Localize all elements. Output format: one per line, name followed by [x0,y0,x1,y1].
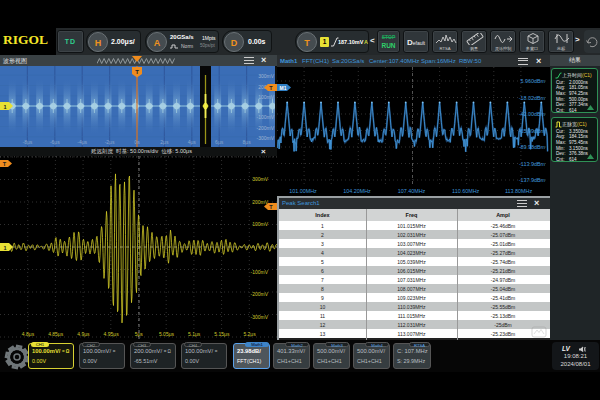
svg-text:4.9μs: 4.9μs [77,331,90,337]
svg-text:4μs: 4μs [188,139,197,145]
svg-text:4.85μs: 4.85μs [48,331,64,337]
svg-text:104.20MHz: 104.20MHz [343,188,371,194]
svg-text:-8μs: -8μs [22,139,32,145]
svg-text:T: T [135,69,139,75]
svg-text:200mV: 200mV [252,199,269,205]
svg-text:100mV: 100mV [258,94,275,100]
svg-text:5.960dBm: 5.960dBm [520,78,545,84]
svg-text:100mV: 100mV [252,221,269,227]
svg-text:8μs: 8μs [243,139,252,145]
svg-text:-6μs: -6μs [50,139,60,145]
svg-text:4.8μs: 4.8μs [22,331,35,337]
svg-text:-42.00dBm: -42.00dBm [519,111,546,117]
svg-text:1: 1 [3,245,6,251]
svg-text:-2μs: -2μs [105,139,115,145]
svg-text:300mV: 300mV [252,176,269,182]
svg-text:-113.9dBm: -113.9dBm [519,161,545,167]
svg-text:113.80MHz: 113.80MHz [505,188,532,194]
svg-text:107.40MHz: 107.40MHz [398,188,426,194]
svg-text:-300mV: -300mV [256,135,274,141]
svg-text:1: 1 [3,104,6,110]
svg-text:300mV: 300mV [258,73,275,79]
svg-text:101.00MHz: 101.00MHz [289,188,317,194]
svg-text:5.2μs: 5.2μs [243,331,256,337]
svg-text:5.05μs: 5.05μs [159,331,175,337]
svg-text:M1: M1 [280,85,287,91]
svg-text:-137.9dBm: -137.9dBm [519,177,546,183]
svg-text:0s: 0s [134,139,140,145]
svg-text:4.95μs: 4.95μs [104,331,120,337]
svg-text:-18.02dBm: -18.02dBm [519,95,546,101]
svg-text:2μs: 2μs [160,139,169,145]
svg-text:5μs: 5μs [135,331,144,337]
svg-text:-200mV: -200mV [250,291,268,297]
svg-text:-100mV: -100mV [250,269,268,275]
svg-text:6μs: 6μs [215,139,224,145]
svg-text:5.15μs: 5.15μs [214,331,230,337]
svg-text:5.1μs: 5.1μs [188,331,201,337]
svg-text:-100mV: -100mV [256,114,274,120]
svg-text:-89.98dBm: -89.98dBm [519,144,546,150]
svg-text:110.60MHz: 110.60MHz [452,188,479,194]
svg-text:-200mV: -200mV [256,125,274,131]
svg-text:-4μs: -4μs [77,139,87,145]
svg-text:-65.99dBm: -65.99dBm [519,128,546,134]
svg-text:-300mV: -300mV [250,314,268,320]
